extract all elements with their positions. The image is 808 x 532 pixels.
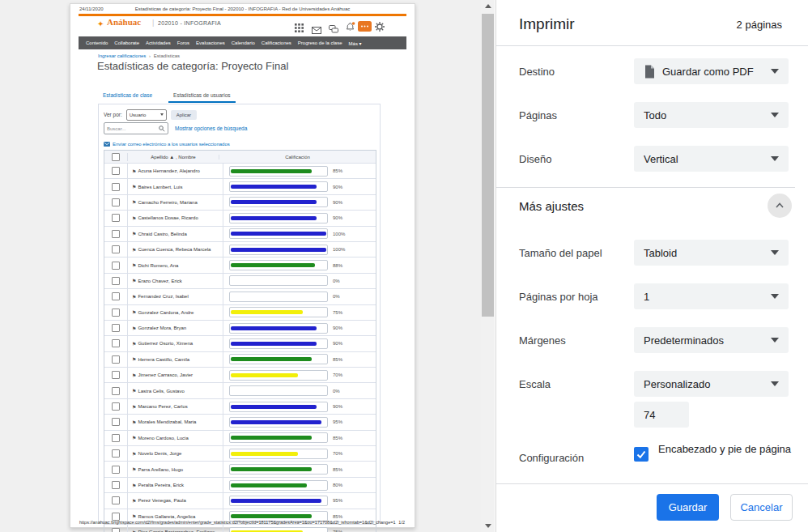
pages-per-sheet-dropdown[interactable]: 1 [634, 283, 789, 309]
email-icon [104, 142, 110, 147]
grade-bar [229, 496, 328, 506]
row-checkbox-cell [104, 321, 128, 335]
scroll-down-arrow[interactable] [481, 520, 495, 532]
flag-icon: ⚑ [132, 184, 136, 189]
paper-size-label: Tamaño del papel [519, 247, 602, 259]
pages-dropdown[interactable]: Todo [634, 102, 789, 128]
flag-icon: ⚑ [132, 168, 136, 174]
row-checkbox-cell [104, 352, 128, 367]
print-settings-panel: Imprimir 2 páginas Destino Guardar como … [495, 0, 808, 532]
show-search-options-link: Mostrar opciones de búsqueda [175, 126, 247, 131]
grade-bar [229, 228, 328, 239]
section-divider [496, 187, 795, 188]
chevron-down-icon [160, 113, 164, 116]
course-nav-item: Contenido [86, 40, 108, 45]
grade-bar [229, 402, 328, 412]
messenger-app-icon [358, 20, 372, 35]
grade-row: ⚑Morales Mendizabal, Maria95% [104, 414, 376, 429]
preview-scrollbar-thumb[interactable] [482, 14, 494, 317]
grade-row: ⚑Acuna Hernandez, Alejandro85% [104, 163, 376, 178]
student-name: ⚑Morales Mendizabal, Maria [128, 415, 223, 429]
chevron-up-icon [773, 199, 786, 212]
header-footer-option-label: Encabezado y pie de página [658, 443, 796, 456]
print-dialog-screen: 24/11/2020 Estadísticas de categoría: Pr… [0, 0, 808, 532]
row-checkbox [112, 481, 120, 489]
grade-percent: 75% [333, 310, 342, 315]
grade-percent: 95% [333, 419, 342, 424]
scale-dropdown[interactable]: Personalizado [634, 371, 789, 397]
notification-bell-icon [346, 20, 355, 35]
grade-bar [229, 338, 328, 349]
grade-bar-fill [231, 483, 307, 487]
save-button[interactable]: Guardar [657, 494, 719, 521]
grade-bar [229, 449, 328, 459]
header-footer-checkbox[interactable] [634, 447, 649, 462]
pages-label: Páginas [519, 109, 557, 121]
grade-percent: 90% [333, 185, 342, 189]
grade-bar [229, 464, 328, 475]
row-checkbox [112, 387, 120, 395]
flag-icon: ⚑ [132, 215, 136, 221]
row-checkbox [112, 466, 120, 474]
course-nav-item: Evaluaciones [196, 40, 225, 45]
print-header-title: Estadísticas de categoría: Proyecto Fina… [103, 6, 382, 11]
chevron-down-icon [771, 250, 779, 255]
header-divider [496, 45, 808, 46]
grade-bar-fill [231, 342, 317, 346]
row-checkbox [112, 309, 120, 317]
row-checkbox [112, 371, 120, 379]
course-nav-item: Progreso de la clase [298, 40, 342, 45]
grade-bar-fill [231, 169, 312, 173]
grade-cell: 90% [223, 211, 376, 225]
row-checkbox [112, 449, 120, 458]
row-checkbox-cell [104, 431, 128, 445]
grade-bar-fill [231, 263, 315, 267]
grade-bar [229, 385, 328, 396]
grade-percent: 85% [333, 357, 342, 362]
grade-row: ⚑Rios Garcia Bastarrachea, Emiliano75% [104, 524, 376, 532]
grade-row: ⚑Dichi Romero, Ana88% [104, 257, 376, 272]
scroll-up-arrow[interactable] [481, 0, 495, 12]
paper-size-dropdown[interactable]: Tabloid [634, 240, 789, 266]
grade-cell: 90% [223, 195, 376, 210]
flag-icon: ⚑ [132, 247, 136, 253]
scale-value-input[interactable] [634, 402, 689, 428]
flag-icon: ⚑ [132, 326, 136, 331]
grade-bar [229, 181, 328, 192]
grade-percent: 80% [333, 483, 342, 487]
destination-dropdown[interactable]: Guardar como PDF [634, 58, 789, 84]
grade-percent: 90% [333, 215, 342, 220]
row-checkbox-cell [104, 164, 128, 178]
grade-bar-fill [231, 452, 298, 456]
header-cell-grade: Calificación [219, 155, 376, 160]
grade-bar-fill [231, 216, 317, 220]
grade-cell: 85% [223, 462, 376, 476]
grade-bar [229, 527, 328, 532]
row-checkbox-cell [104, 462, 128, 476]
margins-dropdown[interactable]: Predeterminados [634, 327, 789, 353]
student-name: ⚑Marcano Perez, Carlos [128, 399, 223, 414]
grade-cell: 85% [223, 431, 376, 445]
search-input: Buscar... [104, 122, 168, 134]
grade-bar [229, 480, 328, 491]
grade-bar [229, 292, 328, 302]
breadcrumb-separator: › [149, 53, 151, 58]
collapse-more-settings-button[interactable] [768, 194, 792, 218]
row-checkbox-cell [104, 305, 128, 320]
row-checkbox-cell [104, 211, 128, 225]
row-checkbox-cell [104, 383, 128, 398]
flag-icon: ⚑ [132, 435, 136, 440]
grades-table-header: Apellido ▲ , Nombre Calificación [104, 151, 376, 163]
tab-user-statistics: Estadísticas de usuarios [168, 90, 235, 103]
cancel-button[interactable]: Cancelar [730, 494, 793, 521]
flag-icon: ⚑ [132, 513, 136, 519]
row-checkbox [112, 183, 120, 191]
layout-dropdown[interactable]: Vertical [634, 146, 789, 172]
student-name: ⚑Baires Lambert, Luis [128, 179, 223, 194]
row-checkbox [112, 496, 120, 504]
grade-bar [229, 260, 328, 270]
pdf-file-icon [644, 65, 655, 79]
student-name: ⚑Gutierrez Osorio, Ximena [128, 336, 223, 351]
settings-label: Configuración [519, 452, 584, 464]
preview-scrollbar[interactable] [481, 0, 495, 532]
